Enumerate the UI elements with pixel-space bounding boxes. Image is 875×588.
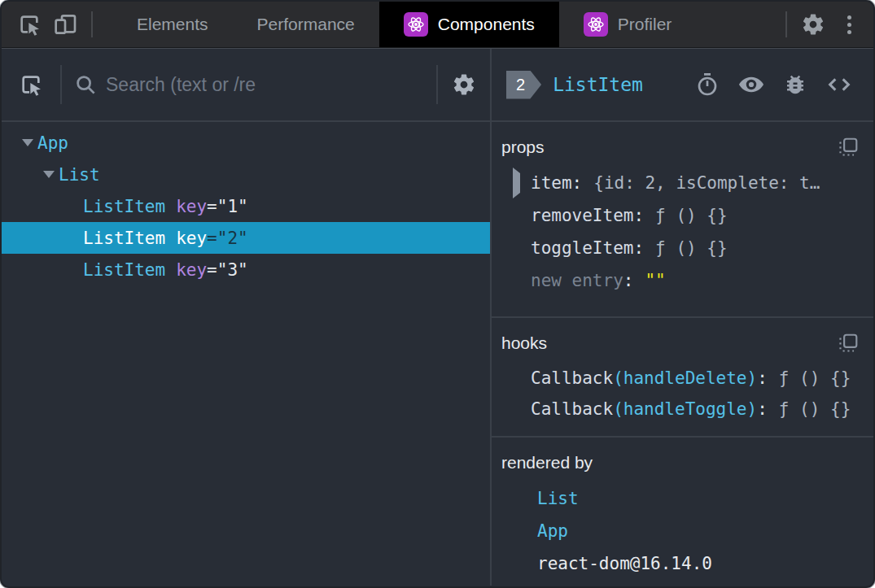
key-attribute: key xyxy=(176,229,207,248)
react-atom-icon xyxy=(404,12,428,37)
copy-props-button[interactable] xyxy=(836,135,860,159)
tab-label: Components xyxy=(438,15,535,34)
rendered-by-title: rendered by xyxy=(501,453,593,473)
new-entry-value[interactable]: "" xyxy=(645,271,665,290)
eye-icon xyxy=(737,71,765,98)
main-area: App List ListItem key ="1" ListItem key xyxy=(2,48,873,586)
component-name: ListItem xyxy=(83,260,165,280)
component-name: App xyxy=(37,133,68,153)
component-details-panel: 2 ListItem xyxy=(492,49,873,586)
hooks-section: hooks Callback(handleDelete): xyxy=(492,318,873,438)
hook-arg: (handleToggle) xyxy=(613,399,757,419)
hook-name: Callback xyxy=(531,368,613,388)
divider xyxy=(91,11,93,37)
device-toolbar-button[interactable] xyxy=(47,2,83,47)
react-atom-icon xyxy=(584,12,608,37)
bug-icon xyxy=(783,72,807,97)
devtools-settings-button[interactable] xyxy=(795,2,831,47)
hook-value: ƒ () {} xyxy=(779,399,851,419)
prop-value: ƒ () {} xyxy=(655,206,728,225)
tab-elements[interactable]: Elements xyxy=(112,2,233,47)
more-options-button[interactable] xyxy=(831,2,867,47)
device-toolbar-icon xyxy=(52,11,78,37)
props-section-title: props xyxy=(501,137,545,157)
component-name: ListItem xyxy=(83,197,165,216)
props-section: props item: xyxy=(492,122,873,318)
collapse-arrow-icon[interactable] xyxy=(18,139,37,146)
inspect-cursor-icon xyxy=(18,72,44,98)
tab-label: Elements xyxy=(137,15,208,34)
stopwatch-icon xyxy=(694,72,720,98)
prop-name: item xyxy=(531,173,572,193)
pick-element-button[interactable] xyxy=(13,72,49,98)
divider xyxy=(785,11,787,37)
component-name: List xyxy=(59,165,100,185)
component-tree: App List ListItem key ="1" ListItem key xyxy=(2,122,490,285)
hooks-section-title: hooks xyxy=(501,333,547,353)
selected-component-name: ListItem xyxy=(553,74,643,95)
rendered-by-react-dom: react-dom@16.14.0 xyxy=(501,547,860,580)
key-value: ="3" xyxy=(207,260,248,280)
log-component-button[interactable] xyxy=(779,68,812,101)
inspect-dom-button[interactable] xyxy=(735,68,768,101)
hook-name: Callback xyxy=(531,399,613,419)
inspect-element-button[interactable] xyxy=(11,2,47,47)
collapse-arrow-icon[interactable] xyxy=(39,171,59,178)
hook-arg: (handleDelete) xyxy=(613,368,757,388)
kebab-menu-icon xyxy=(847,15,851,34)
tree-row-listitem-2-selected[interactable]: ListItem key ="2" xyxy=(2,222,490,254)
tab-components[interactable]: Components xyxy=(379,2,559,47)
rendered-by-app-link[interactable]: App xyxy=(501,515,860,547)
component-name: ListItem xyxy=(83,229,165,248)
hook-row-handletoggle: Callback(handleToggle): ƒ () {} xyxy=(501,394,860,425)
prop-row-removeitem: removeItem: ƒ () {} xyxy=(501,199,860,232)
search-box xyxy=(73,72,436,97)
gear-icon xyxy=(452,72,476,97)
components-tree-panel: App List ListItem key ="1" ListItem key xyxy=(2,49,492,586)
copy-icon xyxy=(838,333,859,354)
tree-row-listitem-3[interactable]: ListItem key ="3" xyxy=(2,254,490,285)
tab-profiler[interactable]: Profiler xyxy=(559,2,697,47)
react-devtools-window: Elements Performance Components xyxy=(0,0,875,588)
tree-row-list[interactable]: List xyxy=(2,159,490,190)
key-value: ="2" xyxy=(207,229,248,248)
prop-row-new-entry: new entry: "" xyxy=(501,264,860,297)
copy-icon xyxy=(838,137,859,158)
prop-name: toggleItem xyxy=(531,238,633,258)
devtools-tabbar: Elements Performance Components xyxy=(2,2,873,48)
inspect-cursor-icon xyxy=(16,11,42,37)
tab-performance[interactable]: Performance xyxy=(233,2,379,47)
tab-label: Performance xyxy=(257,15,355,34)
prop-name: removeItem xyxy=(531,206,633,225)
prop-value: ƒ () {} xyxy=(655,238,728,258)
tree-row-listitem-1[interactable]: ListItem key ="1" xyxy=(2,190,490,222)
prop-row-toggleitem: toggleItem: ƒ () {} xyxy=(501,232,860,264)
tab-label: Profiler xyxy=(618,15,672,34)
tree-row-app[interactable]: App xyxy=(2,127,490,159)
rendered-by-list-link[interactable]: List xyxy=(501,482,860,515)
divider xyxy=(436,65,438,104)
key-attribute: key xyxy=(176,260,207,280)
key-attribute: key xyxy=(176,197,207,216)
tree-toolbar xyxy=(2,49,490,122)
prop-value[interactable]: {id: 2, isComplete: t… xyxy=(593,173,820,193)
details-header: 2 ListItem xyxy=(492,49,873,122)
owner-count-badge[interactable]: 2 xyxy=(506,71,541,99)
search-icon xyxy=(73,72,98,97)
hook-value: ƒ () {} xyxy=(779,368,851,388)
key-value: ="1" xyxy=(207,197,248,216)
copy-hooks-button[interactable] xyxy=(836,331,860,355)
divider xyxy=(60,65,62,104)
hook-row-handledelete: Callback(handleDelete): ƒ () {} xyxy=(501,363,860,394)
expand-arrow-icon[interactable] xyxy=(513,173,520,193)
tree-settings-button[interactable] xyxy=(446,72,482,97)
prop-row-item: item: {id: 2, isComplete: t… xyxy=(501,167,860,199)
suspense-toggle-button[interactable] xyxy=(691,68,724,101)
view-source-button[interactable] xyxy=(823,68,855,101)
new-entry-label[interactable]: new entry xyxy=(531,271,623,290)
rendered-by-section: rendered by List App react-dom@16.14.0 xyxy=(492,438,873,586)
gear-icon xyxy=(801,12,825,37)
search-input[interactable] xyxy=(98,74,436,96)
code-brackets-icon xyxy=(826,72,852,98)
